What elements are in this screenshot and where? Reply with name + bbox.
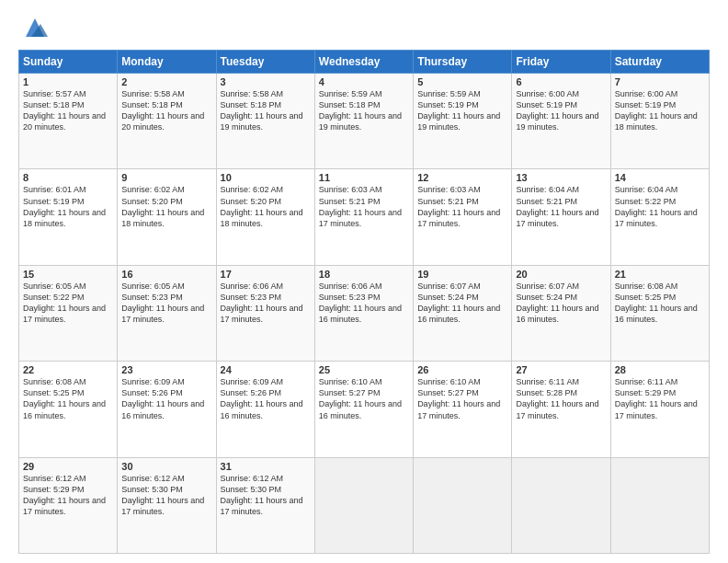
calendar-row-3: 15Sunrise: 6:05 AM Sunset: 5:22 PM Dayli… xyxy=(19,265,710,361)
day-number: 13 xyxy=(516,172,606,183)
day-info: Sunrise: 6:05 AM Sunset: 5:23 PM Dayligh… xyxy=(121,281,211,326)
day-info: Sunrise: 6:06 AM Sunset: 5:23 PM Dayligh… xyxy=(221,281,311,326)
day-number: 10 xyxy=(221,172,311,183)
col-sunday: Sunday xyxy=(19,51,118,74)
day-number: 2 xyxy=(121,76,211,87)
calendar-cell: 12Sunrise: 6:03 AM Sunset: 5:21 PM Dayli… xyxy=(414,169,512,265)
day-number: 3 xyxy=(221,76,311,87)
day-number: 27 xyxy=(516,364,606,375)
calendar-cell: 16Sunrise: 6:05 AM Sunset: 5:23 PM Dayli… xyxy=(118,265,216,361)
day-info: Sunrise: 6:12 AM Sunset: 5:30 PM Dayligh… xyxy=(221,473,311,518)
day-number: 18 xyxy=(319,269,409,280)
day-info: Sunrise: 6:04 AM Sunset: 5:22 PM Dayligh… xyxy=(615,184,705,229)
day-number: 30 xyxy=(121,461,211,472)
day-info: Sunrise: 6:09 AM Sunset: 5:26 PM Dayligh… xyxy=(121,376,211,421)
calendar-cell xyxy=(414,457,512,553)
day-info: Sunrise: 6:10 AM Sunset: 5:27 PM Dayligh… xyxy=(417,376,507,421)
day-info: Sunrise: 6:08 AM Sunset: 5:25 PM Dayligh… xyxy=(23,376,113,421)
day-number: 26 xyxy=(417,364,507,375)
calendar-cell: 7Sunrise: 6:00 AM Sunset: 5:19 PM Daylig… xyxy=(610,74,709,169)
day-info: Sunrise: 5:59 AM Sunset: 5:19 PM Dayligh… xyxy=(417,88,507,133)
logo-icon xyxy=(22,15,48,40)
logo xyxy=(18,15,48,40)
day-info: Sunrise: 6:07 AM Sunset: 5:24 PM Dayligh… xyxy=(417,281,507,326)
calendar-cell: 30Sunrise: 6:12 AM Sunset: 5:30 PM Dayli… xyxy=(118,457,216,553)
calendar-cell: 26Sunrise: 6:10 AM Sunset: 5:27 PM Dayli… xyxy=(414,362,512,457)
calendar-cell: 5Sunrise: 5:59 AM Sunset: 5:19 PM Daylig… xyxy=(414,74,512,169)
calendar-cell: 8Sunrise: 6:01 AM Sunset: 5:19 PM Daylig… xyxy=(19,169,118,265)
day-number: 7 xyxy=(615,76,705,87)
calendar-cell: 28Sunrise: 6:11 AM Sunset: 5:29 PM Dayli… xyxy=(610,362,709,457)
calendar-row-1: 1Sunrise: 5:57 AM Sunset: 5:18 PM Daylig… xyxy=(19,74,710,169)
calendar-cell: 27Sunrise: 6:11 AM Sunset: 5:28 PM Dayli… xyxy=(512,362,610,457)
day-number: 15 xyxy=(23,269,113,280)
calendar-cell: 1Sunrise: 5:57 AM Sunset: 5:18 PM Daylig… xyxy=(19,74,118,169)
calendar-cell: 31Sunrise: 6:12 AM Sunset: 5:30 PM Dayli… xyxy=(216,457,314,553)
header xyxy=(18,15,710,40)
day-info: Sunrise: 6:00 AM Sunset: 5:19 PM Dayligh… xyxy=(516,88,606,133)
day-number: 9 xyxy=(121,172,211,183)
calendar-cell: 17Sunrise: 6:06 AM Sunset: 5:23 PM Dayli… xyxy=(216,265,314,361)
calendar-row-4: 22Sunrise: 6:08 AM Sunset: 5:25 PM Dayli… xyxy=(19,362,710,457)
calendar-cell: 21Sunrise: 6:08 AM Sunset: 5:25 PM Dayli… xyxy=(610,265,709,361)
day-info: Sunrise: 6:12 AM Sunset: 5:29 PM Dayligh… xyxy=(23,473,113,518)
day-info: Sunrise: 5:58 AM Sunset: 5:18 PM Dayligh… xyxy=(221,88,311,133)
calendar-cell: 4Sunrise: 5:59 AM Sunset: 5:18 PM Daylig… xyxy=(314,74,413,169)
calendar-cell: 6Sunrise: 6:00 AM Sunset: 5:19 PM Daylig… xyxy=(512,74,610,169)
day-info: Sunrise: 6:01 AM Sunset: 5:19 PM Dayligh… xyxy=(23,184,113,229)
col-wednesday: Wednesday xyxy=(314,51,413,74)
day-info: Sunrise: 6:00 AM Sunset: 5:19 PM Dayligh… xyxy=(615,88,705,133)
day-number: 1 xyxy=(23,76,113,87)
day-number: 8 xyxy=(23,172,113,183)
calendar-row-5: 29Sunrise: 6:12 AM Sunset: 5:29 PM Dayli… xyxy=(19,457,710,553)
day-number: 6 xyxy=(516,76,606,87)
calendar-cell: 9Sunrise: 6:02 AM Sunset: 5:20 PM Daylig… xyxy=(118,169,216,265)
calendar-cell: 20Sunrise: 6:07 AM Sunset: 5:24 PM Dayli… xyxy=(512,265,610,361)
calendar-cell: 18Sunrise: 6:06 AM Sunset: 5:23 PM Dayli… xyxy=(314,265,413,361)
day-number: 31 xyxy=(221,461,311,472)
calendar-cell: 23Sunrise: 6:09 AM Sunset: 5:26 PM Dayli… xyxy=(118,362,216,457)
day-info: Sunrise: 6:12 AM Sunset: 5:30 PM Dayligh… xyxy=(121,473,211,518)
calendar-cell xyxy=(314,457,413,553)
day-number: 19 xyxy=(417,269,507,280)
day-number: 5 xyxy=(417,76,507,87)
calendar-cell: 15Sunrise: 6:05 AM Sunset: 5:22 PM Dayli… xyxy=(19,265,118,361)
day-info: Sunrise: 6:02 AM Sunset: 5:20 PM Dayligh… xyxy=(121,184,211,229)
calendar-cell: 25Sunrise: 6:10 AM Sunset: 5:27 PM Dayli… xyxy=(314,362,413,457)
day-info: Sunrise: 5:57 AM Sunset: 5:18 PM Dayligh… xyxy=(23,88,113,133)
day-number: 29 xyxy=(23,461,113,472)
day-number: 22 xyxy=(23,364,113,375)
day-number: 14 xyxy=(615,172,705,183)
day-info: Sunrise: 6:07 AM Sunset: 5:24 PM Dayligh… xyxy=(516,281,606,326)
page: Sunday Monday Tuesday Wednesday Thursday… xyxy=(0,0,728,563)
calendar-row-2: 8Sunrise: 6:01 AM Sunset: 5:19 PM Daylig… xyxy=(19,169,710,265)
day-info: Sunrise: 6:11 AM Sunset: 5:28 PM Dayligh… xyxy=(516,376,606,421)
col-tuesday: Tuesday xyxy=(216,51,314,74)
calendar-cell xyxy=(610,457,709,553)
col-friday: Friday xyxy=(512,51,610,74)
day-info: Sunrise: 5:59 AM Sunset: 5:18 PM Dayligh… xyxy=(319,88,409,133)
day-info: Sunrise: 6:05 AM Sunset: 5:22 PM Dayligh… xyxy=(23,281,113,326)
day-info: Sunrise: 6:11 AM Sunset: 5:29 PM Dayligh… xyxy=(615,376,705,421)
calendar-cell: 14Sunrise: 6:04 AM Sunset: 5:22 PM Dayli… xyxy=(610,169,709,265)
calendar-cell: 29Sunrise: 6:12 AM Sunset: 5:29 PM Dayli… xyxy=(19,457,118,553)
day-info: Sunrise: 6:03 AM Sunset: 5:21 PM Dayligh… xyxy=(319,184,409,229)
day-info: Sunrise: 6:03 AM Sunset: 5:21 PM Dayligh… xyxy=(417,184,507,229)
day-number: 12 xyxy=(417,172,507,183)
calendar-cell xyxy=(512,457,610,553)
day-number: 4 xyxy=(319,76,409,87)
day-info: Sunrise: 6:04 AM Sunset: 5:21 PM Dayligh… xyxy=(516,184,606,229)
calendar-table: Sunday Monday Tuesday Wednesday Thursday… xyxy=(18,50,710,554)
day-number: 21 xyxy=(615,269,705,280)
calendar-cell: 2Sunrise: 5:58 AM Sunset: 5:18 PM Daylig… xyxy=(118,74,216,169)
day-number: 11 xyxy=(319,172,409,183)
day-info: Sunrise: 6:02 AM Sunset: 5:20 PM Dayligh… xyxy=(221,184,311,229)
day-info: Sunrise: 6:08 AM Sunset: 5:25 PM Dayligh… xyxy=(615,281,705,326)
col-saturday: Saturday xyxy=(610,51,709,74)
day-info: Sunrise: 6:06 AM Sunset: 5:23 PM Dayligh… xyxy=(319,281,409,326)
calendar-cell: 13Sunrise: 6:04 AM Sunset: 5:21 PM Dayli… xyxy=(512,169,610,265)
day-number: 17 xyxy=(221,269,311,280)
day-info: Sunrise: 6:10 AM Sunset: 5:27 PM Dayligh… xyxy=(319,376,409,421)
calendar-cell: 19Sunrise: 6:07 AM Sunset: 5:24 PM Dayli… xyxy=(414,265,512,361)
day-number: 24 xyxy=(221,364,311,375)
